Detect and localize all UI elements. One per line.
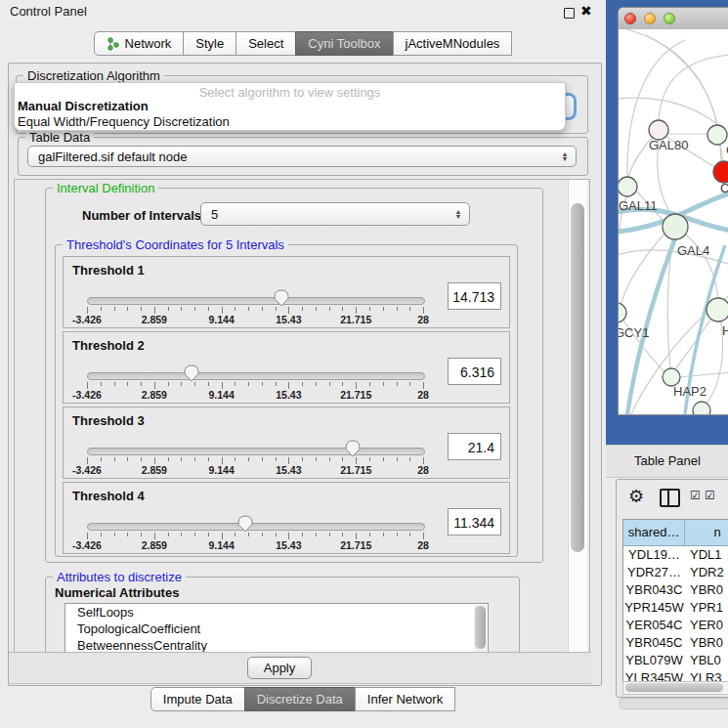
vertical-scrollbar[interactable] bbox=[568, 180, 587, 680]
threshold-slider-track[interactable] bbox=[87, 448, 425, 455]
network-window-titlebar[interactable] bbox=[619, 8, 728, 30]
algorithm-option[interactable]: Manual Discretization bbox=[18, 99, 149, 113]
table-row[interactable]: YBR043C YBR0 bbox=[623, 581, 728, 599]
cyni-bottom-tabs: Impute Data Discretize Data Infer Networ… bbox=[0, 687, 606, 711]
threshold-slider-thumb[interactable] bbox=[237, 515, 253, 533]
table-row[interactable]: YBR045C YBR0 bbox=[623, 634, 728, 652]
network-node[interactable] bbox=[663, 214, 688, 239]
slider-tick bbox=[141, 533, 142, 536]
slider-tick bbox=[383, 457, 384, 461]
threshold-slider-track[interactable] bbox=[87, 523, 425, 531]
float-window-icon[interactable] bbox=[564, 8, 575, 19]
network-node[interactable] bbox=[619, 303, 626, 322]
threshold-value-field[interactable]: 14.713 bbox=[448, 282, 501, 310]
stepper-arrows-icon: ▲▼ bbox=[450, 209, 469, 219]
threshold-slider-thumb[interactable] bbox=[345, 440, 361, 457]
slider-tick-label: 9.144 bbox=[208, 539, 234, 551]
control-panel-tab[interactable]: Style bbox=[183, 31, 236, 56]
control-panel-tab[interactable]: jActiveMNodules bbox=[393, 31, 513, 56]
cyni-bottom-tab[interactable]: Infer Network bbox=[355, 687, 455, 711]
algorithm-option[interactable]: Equal Width/Frequency Discretization bbox=[18, 114, 230, 129]
slider-tick bbox=[423, 457, 424, 464]
zoom-light-icon[interactable] bbox=[664, 13, 675, 24]
algorithm-dropdown-popup: Select algorithm to view settings Manual… bbox=[14, 82, 566, 131]
threshold-value-field[interactable]: 6.316 bbox=[448, 358, 501, 385]
column-header[interactable]: shared… bbox=[623, 520, 685, 545]
slider-tick bbox=[262, 457, 263, 461]
slider-tick bbox=[262, 382, 263, 386]
network-node[interactable] bbox=[707, 298, 728, 321]
slider-tick-label: 28 bbox=[417, 389, 429, 401]
threshold-value-field[interactable]: 21.4 bbox=[448, 433, 501, 460]
slider-tick-label: 9.144 bbox=[208, 464, 234, 476]
slider-tick bbox=[222, 533, 223, 539]
slider-tick bbox=[127, 307, 128, 311]
gear-icon[interactable]: ⚙ bbox=[628, 486, 644, 507]
slider-tick bbox=[101, 533, 102, 536]
close-light-icon[interactable] bbox=[624, 13, 636, 24]
number-of-intervals-combo[interactable]: 5 ▲▼ bbox=[200, 202, 470, 226]
table-row[interactable]: YER054C YER0 bbox=[623, 617, 728, 634]
slider-tick bbox=[262, 307, 263, 311]
table-row[interactable]: YPR145W YPR1 bbox=[623, 599, 728, 617]
horizontal-scrollbar-thumb[interactable] bbox=[625, 683, 723, 692]
slider-tick bbox=[222, 457, 223, 464]
slider-tick bbox=[154, 457, 155, 464]
table-panel-footer-bar bbox=[620, 698, 728, 709]
checkbox-checked-icon[interactable]: ☑ bbox=[690, 489, 701, 502]
tab-label: Style bbox=[195, 32, 224, 55]
cyni-bottom-tab[interactable]: Impute Data bbox=[150, 687, 245, 711]
slider-tick-label: 15.43 bbox=[276, 464, 301, 476]
threshold-label: Threshold 4 bbox=[72, 489, 145, 503]
slider-tick bbox=[168, 457, 169, 461]
apply-button[interactable]: Apply bbox=[247, 657, 312, 679]
minimize-light-icon[interactable] bbox=[644, 13, 656, 24]
threshold-slider-track[interactable] bbox=[87, 372, 425, 380]
column-header[interactable]: n bbox=[685, 520, 728, 545]
checkbox-checked-icon[interactable]: ☑ bbox=[705, 489, 715, 502]
threshold-label: Threshold 2 bbox=[72, 338, 145, 353]
table-row[interactable]: YDL19… YDL1 bbox=[623, 546, 728, 564]
table-row[interactable]: YBL079W YBL0 bbox=[623, 652, 728, 669]
network-node[interactable] bbox=[707, 125, 727, 145]
slider-tick bbox=[342, 533, 343, 536]
attribute-list-item[interactable]: TopologicalCoefficient bbox=[65, 621, 488, 637]
attributes-scrollbar-thumb[interactable] bbox=[475, 606, 486, 649]
slider-tick bbox=[154, 533, 155, 539]
slider-tick bbox=[248, 382, 249, 386]
network-node[interactable] bbox=[619, 177, 637, 196]
slider-tick bbox=[222, 382, 223, 389]
threshold-value-field[interactable]: 11.344 bbox=[448, 508, 501, 535]
slider-tick-label: -3.426 bbox=[72, 539, 102, 551]
split-panel-icon[interactable] bbox=[660, 489, 680, 507]
attributes-scrollbar[interactable] bbox=[474, 605, 487, 652]
slider-tick-label: 2.859 bbox=[142, 539, 167, 551]
vertical-scrollbar-thumb[interactable] bbox=[571, 203, 584, 552]
attribute-list-item[interactable]: SelfLoops bbox=[65, 604, 488, 621]
slider-tick bbox=[302, 457, 303, 461]
threshold-slider-thumb[interactable] bbox=[274, 289, 289, 307]
slider-tick bbox=[208, 307, 209, 311]
control-panel-tab[interactable]: Select bbox=[236, 31, 296, 56]
table-data-combo[interactable]: galFiltered.sif default node ▲▼ bbox=[27, 146, 577, 167]
node-attribute-table: shared… n YDL19… YDL1 YDR27… YDR2 YBR043… bbox=[622, 519, 728, 682]
close-icon[interactable]: ✖ bbox=[580, 3, 592, 19]
network-canvas[interactable]: GAL80GACGAL11GAL4GCY1HHAP2 bbox=[619, 29, 728, 414]
table-cell: YBR0 bbox=[685, 581, 728, 599]
table-row[interactable]: YDR27… YDR2 bbox=[623, 564, 728, 581]
slider-tick bbox=[423, 307, 424, 314]
slider-tick bbox=[329, 382, 330, 386]
threshold-slider-thumb[interactable] bbox=[184, 364, 199, 382]
slider-tick bbox=[423, 382, 424, 389]
network-node[interactable] bbox=[649, 120, 668, 140]
network-node[interactable] bbox=[713, 161, 728, 183]
slider-tick bbox=[235, 457, 236, 461]
threshold-slider-track[interactable] bbox=[87, 297, 425, 305]
network-node[interactable] bbox=[693, 402, 710, 414]
numerical-attributes-list[interactable]: SelfLoops TopologicalCoefficient Between… bbox=[64, 603, 489, 654]
control-panel-tab[interactable]: Network bbox=[94, 31, 185, 56]
horizontal-scrollbar[interactable] bbox=[622, 681, 728, 695]
slider-tick bbox=[114, 457, 115, 461]
cyni-bottom-tab[interactable]: Discretize Data bbox=[244, 687, 356, 711]
control-panel-tab[interactable]: Cyni Toolbox bbox=[295, 31, 393, 56]
